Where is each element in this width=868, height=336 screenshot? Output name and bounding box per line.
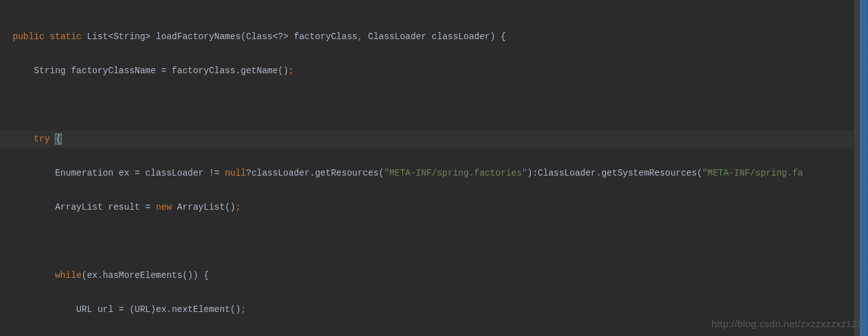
code-line-empty (0, 233, 868, 250)
brace-match-open: { (55, 133, 61, 145)
code-line: String factoryClassName = factoryClass.g… (0, 63, 868, 80)
keyword-null: null (225, 168, 246, 178)
string-literal: "META-INF/spring.factories" (384, 168, 527, 178)
code-line-empty (0, 97, 868, 114)
code-editor[interactable]: public static List<String> loadFactoryNa… (0, 0, 868, 336)
keyword-static: static (50, 32, 81, 42)
keyword-while: while (55, 270, 81, 280)
type-list: List (87, 32, 109, 42)
keyword-try: try (34, 134, 50, 144)
code-line: public static List<String> loadFactoryNa… (0, 28, 868, 45)
vertical-scrollbar[interactable] (854, 0, 860, 336)
keyword-new: new (156, 202, 172, 212)
code-line-current: try { (0, 131, 868, 148)
keyword-public: public (13, 32, 44, 42)
window-right-border (860, 0, 868, 336)
method-name: loadFactoryNames (156, 32, 241, 42)
code-line: while(ex.hasMoreElements()) { (0, 267, 868, 284)
watermark-text: http://blog.csdn.net/zxzzxzzxz123 (711, 315, 863, 332)
code-line: ArrayList result = new ArrayList(); (0, 199, 868, 216)
code-line: Enumeration ex = classLoader != null?cla… (0, 165, 868, 182)
